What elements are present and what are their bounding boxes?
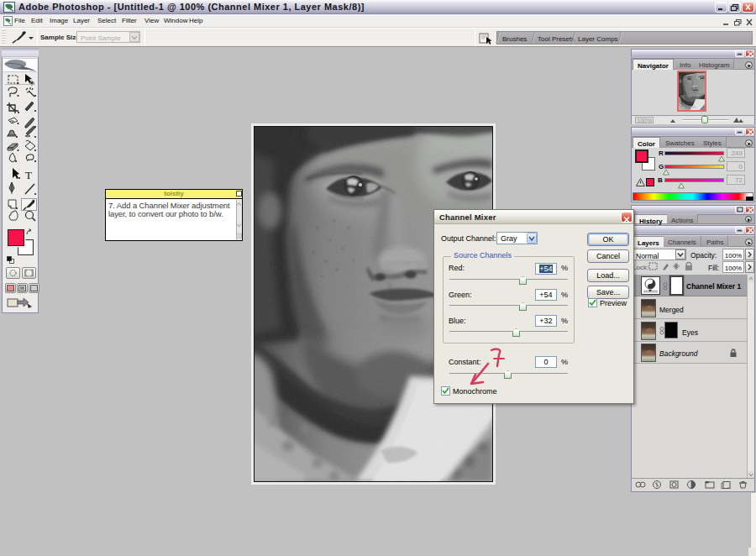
svg-text:T: T bbox=[25, 169, 32, 181]
